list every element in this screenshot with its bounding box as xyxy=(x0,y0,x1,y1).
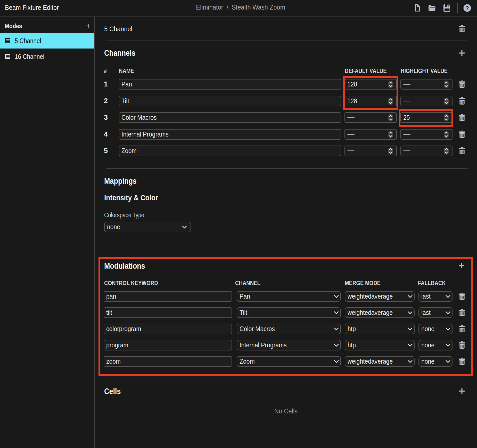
svg-text:?: ? xyxy=(465,5,469,11)
